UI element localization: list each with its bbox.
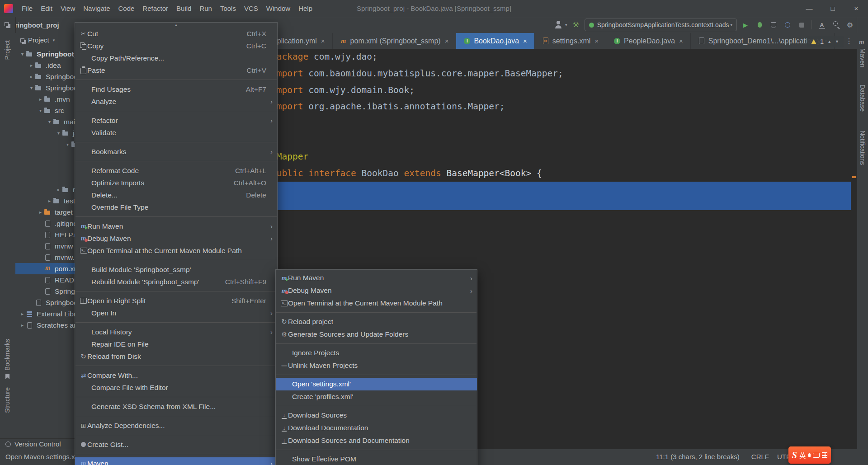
menu-item-open-terminal-at-the-current-maven-module-path[interactable]: Open Terminal at the Current Maven Modul…: [276, 297, 477, 310]
chevron-down-icon[interactable]: ▼: [835, 39, 839, 44]
close-icon[interactable]: ×: [679, 37, 683, 45]
build-hammer-icon[interactable]: [571, 19, 581, 30]
menu-item-local-history[interactable]: Local History›: [75, 326, 277, 338]
menu-item-cut[interactable]: CutCtrl+X: [75, 28, 277, 40]
close-icon[interactable]: ×: [445, 37, 449, 45]
debug-button[interactable]: [754, 19, 765, 30]
menu-item-run-maven[interactable]: Run Maven›: [276, 272, 477, 284]
menu-item-label: Create Gist...: [87, 441, 128, 449]
menu-item-generate-xsd-schema-from-xml-file[interactable]: Generate XSD Schema from XML File...: [75, 400, 277, 413]
settings-gear-icon[interactable]: [844, 19, 855, 30]
menu-item-generate-sources-and-update-folders[interactable]: Generate Sources and Update Folders: [276, 328, 477, 341]
maven-tool-icon[interactable]: m: [859, 38, 864, 46]
menu-item-rebuild-module-springboot-ssmp[interactable]: Rebuild Module 'Springboot_ssmp'Ctrl+Shi…: [75, 276, 277, 288]
menubar-item-file[interactable]: File: [18, 0, 37, 17]
menu-item-find-usages[interactable]: Find UsagesAlt+F7: [75, 83, 277, 95]
menubar-item-window[interactable]: Window: [262, 0, 294, 17]
right-tool-stripe: m Maven Database Notifications: [857, 17, 868, 449]
run-button[interactable]: [740, 19, 751, 30]
menubar-item-code[interactable]: Code: [114, 0, 138, 17]
menu-item-download-sources[interactable]: Download Sources: [276, 409, 477, 422]
chevron-up-icon[interactable]: ▲: [827, 39, 831, 44]
search-everywhere-icon[interactable]: [830, 19, 841, 30]
tab-pom-xml-springboot-ssmp[interactable]: pom.xml (Springboot_ssmp)×: [333, 33, 457, 49]
menu-item-create-gist[interactable]: Create Gist...: [75, 438, 277, 451]
menu-item-reload-project[interactable]: Reload project: [276, 315, 477, 328]
menu-item-run-maven[interactable]: Run Maven›: [75, 220, 277, 232]
profiler-button[interactable]: [782, 19, 793, 30]
menu-item-reformat-code[interactable]: Reformat CodeCtrl+Alt+L: [75, 164, 277, 177]
menu-item-copy-path-reference[interactable]: Copy Path/Reference...: [75, 52, 277, 64]
tool-button-notifications[interactable]: Notifications: [859, 131, 866, 165]
tool-button-bookmarks[interactable]: Bookmarks: [4, 339, 11, 371]
menu-item-bookmarks[interactable]: Bookmarks›: [75, 146, 277, 158]
microphone-icon[interactable]: [808, 453, 811, 457]
menu-item-analyze-dependencies[interactable]: Analyze Dependencies...: [75, 419, 277, 432]
close-button[interactable]: ×: [844, 0, 868, 17]
menu-item-copy[interactable]: CopyCtrl+C: [75, 40, 277, 52]
stop-button[interactable]: [796, 19, 807, 30]
menu-item-open-terminal-at-the-current-maven-module-path[interactable]: Open Terminal at the Current Maven Modul…: [75, 244, 277, 257]
menu-item-compare-file-with-editor[interactable]: Compare File with Editor: [75, 381, 277, 394]
menubar-item-tools[interactable]: Tools: [216, 0, 240, 17]
tool-button-database[interactable]: Database: [859, 85, 866, 112]
menu-item-override-file-type[interactable]: Override File Type: [75, 201, 277, 213]
menubar-item-navigate[interactable]: Navigate: [79, 0, 114, 17]
line-ending-widget[interactable]: CRLF: [751, 453, 769, 460]
caret-position-widget[interactable]: 11:1 (3 chars, 2 line breaks): [656, 453, 740, 460]
maven-debug-icon: [280, 287, 288, 295]
menu-scroll-up[interactable]: ▲: [75, 23, 277, 28]
menu-item-paste[interactable]: PasteCtrl+V: [75, 64, 277, 76]
tab-settings-xml[interactable]: settings.xml×: [535, 33, 606, 49]
menu-item-build-module-springboot-ssmp[interactable]: Build Module 'Springboot_ssmp': [75, 263, 277, 276]
tool-button-structure[interactable]: Structure: [4, 387, 11, 413]
keyboard-icon[interactable]: [813, 453, 820, 458]
menu-item-maven[interactable]: Maven›: [75, 457, 277, 465]
menu-item-create-profiles-xml[interactable]: Create 'profiles.xml': [276, 390, 477, 403]
tab-peopledao-java[interactable]: PeopleDao.java×: [606, 33, 691, 49]
menu-item-optimize-imports[interactable]: Optimize ImportsCtrl+Alt+O: [75, 177, 277, 189]
ime-toolbar[interactable]: S 英: [788, 446, 831, 464]
menubar-item-view[interactable]: View: [57, 0, 79, 17]
run-configuration-selector[interactable]: SpringbootSsmpApplicationTests.contextLo…: [585, 19, 737, 31]
menubar-item-vcs[interactable]: VCS: [240, 0, 262, 17]
menu-item-validate[interactable]: Validate: [75, 127, 277, 139]
minimize-button[interactable]: —: [797, 0, 821, 17]
menubar-item-build[interactable]: Build: [172, 0, 195, 17]
file-icon: [44, 254, 52, 261]
menu-item-refactor[interactable]: Refactor›: [75, 114, 277, 127]
menu-item-analyze[interactable]: Analyze›: [75, 95, 277, 108]
menu-item-ignore-projects[interactable]: Ignore Projects: [276, 347, 477, 359]
close-icon[interactable]: ×: [523, 37, 527, 45]
menu-item-debug-maven[interactable]: Debug Maven›: [75, 232, 277, 244]
coverage-button[interactable]: [768, 19, 779, 30]
menu-item-debug-maven[interactable]: Debug Maven›: [276, 284, 477, 297]
menu-item-reload-from-disk[interactable]: Reload from Disk: [75, 350, 277, 362]
menu-item-download-sources-and-documentation[interactable]: Download Sources and Documentation: [276, 434, 477, 447]
menubar-item-help[interactable]: Help: [294, 0, 316, 17]
menu-item-show-effective-pom[interactable]: Show Effective POM: [276, 453, 477, 465]
close-icon[interactable]: ×: [321, 37, 325, 45]
menubar-item-edit[interactable]: Edit: [37, 0, 57, 17]
tab-bookdao-java[interactable]: BookDao.java×: [456, 33, 534, 49]
tool-button-project[interactable]: Project: [4, 40, 11, 60]
menubar-item-run[interactable]: Run: [195, 0, 216, 17]
tool-button-maven[interactable]: Maven: [859, 48, 866, 67]
warning-count[interactable]: 1: [820, 38, 824, 45]
menu-item-unlink-maven-projects[interactable]: Unlink Maven Projects: [276, 359, 477, 372]
menubar-item-refactor[interactable]: Refactor: [138, 0, 172, 17]
menu-item-open-in-right-split[interactable]: Open in Right SplitShift+Enter: [75, 295, 277, 307]
close-icon[interactable]: ×: [594, 37, 599, 45]
project-tool-icon[interactable]: [5, 22, 9, 26]
menu-item-open-in[interactable]: Open In›: [75, 307, 277, 319]
user-avatar-icon[interactable]: [553, 19, 564, 30]
menu-item-repair-ide-on-file[interactable]: Repair IDE on File: [75, 338, 277, 350]
ime-menu-grid-icon[interactable]: [822, 452, 827, 458]
translate-icon[interactable]: [816, 19, 827, 30]
ime-language-mode[interactable]: 英: [799, 451, 806, 460]
maximize-button[interactable]: □: [821, 0, 844, 17]
menu-item-compare-with[interactable]: Compare With...: [75, 369, 277, 381]
menu-item-download-documentation[interactable]: Download Documentation: [276, 422, 477, 434]
menu-item-open-settings-xml[interactable]: Open 'settings.xml': [276, 378, 477, 390]
menu-item-delete[interactable]: Delete...Delete: [75, 189, 277, 201]
